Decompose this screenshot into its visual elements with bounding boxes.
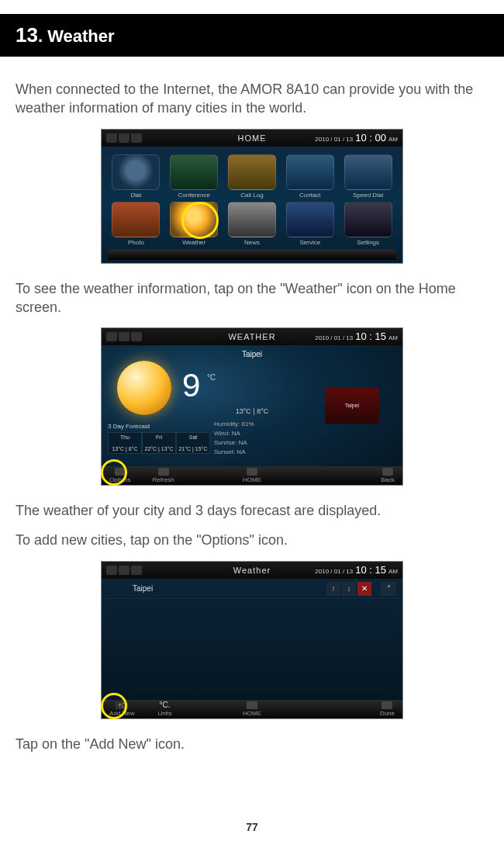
app-label: Weather [166, 239, 223, 246]
settings-icon [344, 202, 392, 237]
app-speed-dial[interactable]: Speed Dial [340, 154, 396, 199]
forecast-day: Thu13°C | 8°C [108, 432, 142, 454]
contact-icon [286, 154, 334, 190]
units-button[interactable]: °C. Units [157, 701, 171, 717]
app-photo[interactable]: Photo [108, 202, 164, 246]
home-button[interactable]: HOME [243, 468, 261, 483]
city-row[interactable]: Taipei ↑ ↓ ✕ ˄ [102, 579, 402, 599]
status-time: 2010 / 01 / 13 10 : 15 AM [315, 564, 398, 576]
status-time: 2010 / 01 / 13 10 : 00 AM [315, 132, 398, 144]
chapter-number: 13 [16, 23, 38, 47]
scroll-up-button[interactable]: ˄ [381, 582, 396, 596]
status-time: 2010 / 01 / 13 10 : 15 AM [315, 331, 398, 342]
app-settings[interactable]: Settings [340, 202, 396, 246]
app-conference[interactable]: Conference [166, 154, 223, 199]
refresh-button[interactable]: Refresh [153, 468, 174, 483]
status-bar: WEATHER 2010 / 01 / 13 10 : 15 AM [102, 328, 402, 345]
units-symbol: °C. [160, 701, 171, 709]
home-icon [247, 701, 257, 709]
app-news[interactable]: News [224, 202, 281, 246]
app-label: Dial [108, 192, 164, 199]
done-button[interactable]: Done [380, 701, 395, 717]
back-icon [382, 468, 393, 476]
app-label: Settings [340, 239, 396, 246]
chapter-title: . Weather [38, 26, 115, 46]
temperature-range: 13°C | 8°C [102, 407, 402, 415]
app-label: Call Log [224, 192, 281, 199]
screenshot-cities-list: Weather 2010 / 01 / 13 10 : 15 AM Taipei… [101, 561, 403, 719]
paragraph-forecast-displayed: The weather of your city and 3 days fore… [16, 501, 488, 520]
screenshot-home: HOME 2010 / 01 / 13 10 : 00 AM DialConfe… [101, 129, 403, 264]
app-label: Conference [166, 192, 223, 199]
delete-button[interactable]: ✕ [357, 582, 371, 596]
app-label: Speed Dial [340, 192, 396, 199]
speed-dial-icon [344, 154, 392, 190]
options-button[interactable]: Options [109, 468, 131, 483]
status-bar: HOME 2010 / 01 / 13 10 : 00 AM [102, 130, 402, 147]
toolbar: Options Refresh HOME Back [102, 466, 402, 485]
app-label: Photo [108, 239, 164, 246]
forecast-day: Fri22°C | 13°C [142, 432, 176, 454]
app-label: Service [281, 239, 338, 246]
paragraph-tap-options: To add new cities, tap on the "Options" … [16, 531, 488, 549]
pager-strip [108, 249, 396, 260]
weather-icon [170, 202, 218, 237]
service-icon [286, 202, 334, 237]
photo-icon [112, 202, 160, 237]
city-name: Taipei [108, 350, 396, 358]
sunrise-value: Sunrise: NA [214, 438, 254, 448]
app-dial[interactable]: Dial [108, 154, 164, 199]
app-service[interactable]: Service [281, 202, 338, 246]
condition-panel: Taipei [325, 388, 379, 424]
call-log-icon [228, 154, 276, 190]
app-weather[interactable]: Weather [166, 202, 223, 246]
forecast-day: Sat21°C | 15°C [176, 432, 210, 454]
chapter-header: 13. Weather [0, 14, 504, 57]
toolbar: +□ Add New °C. Units HOME Done [102, 700, 402, 718]
paragraph-tap-weather: To see the weather information, tap on t… [16, 279, 488, 317]
humidity-value: Humidity: 81% [214, 420, 254, 429]
weather-details: Humidity: 81% Wind: NA Sunrise: NA Sunse… [214, 420, 254, 457]
status-bar: Weather 2010 / 01 / 13 10 : 15 AM [102, 562, 402, 579]
back-button[interactable]: Back [381, 468, 395, 483]
home-icon [247, 468, 257, 476]
forecast-label: 3 Day Forecast [108, 423, 150, 430]
app-contact[interactable]: Contact [281, 154, 338, 199]
done-icon [381, 701, 392, 709]
news-icon [228, 202, 276, 237]
app-label: Contact [281, 192, 338, 199]
sunset-value: Sunset: NA [214, 448, 254, 457]
app-call-log[interactable]: Call Log [224, 154, 281, 199]
paragraph-tap-add-new: Tap on the "Add New" icon. [16, 735, 488, 753]
home-button[interactable]: HOME [243, 701, 261, 717]
wind-value: Wind: NA [214, 429, 254, 438]
screenshot-weather-detail: WEATHER 2010 / 01 / 13 10 : 15 AM Taipei… [101, 327, 403, 486]
options-icon [115, 468, 126, 476]
paragraph-intro: When connected to the Internet, the AMOR… [16, 80, 488, 118]
refresh-icon [158, 468, 169, 476]
move-down-button[interactable]: ↓ [342, 582, 356, 596]
page-number: 77 [0, 821, 504, 833]
current-temperature: 9 [182, 367, 200, 404]
city-row-label: Taipei [133, 584, 153, 593]
conference-icon [170, 154, 218, 190]
plus-icon: +□ [116, 701, 128, 709]
dial-icon [112, 154, 160, 190]
temperature-unit: °C [207, 373, 216, 382]
app-label: News [224, 239, 281, 246]
add-new-button[interactable]: +□ Add New [109, 701, 134, 717]
move-up-button[interactable]: ↑ [326, 582, 340, 596]
